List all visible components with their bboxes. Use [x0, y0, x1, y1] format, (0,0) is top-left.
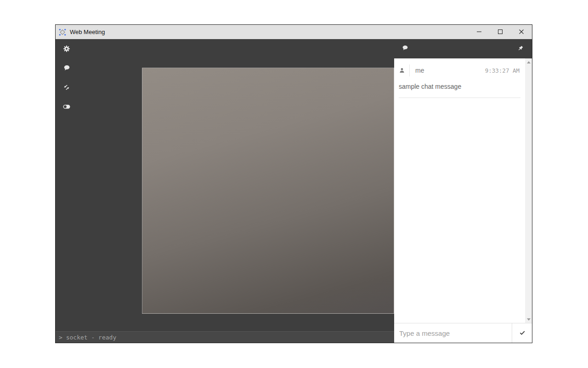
- message-timestamp: 9:33:27 AM: [485, 67, 520, 74]
- chat-toggle-button[interactable]: [63, 65, 70, 72]
- scroll-down-button[interactable]: [525, 316, 532, 323]
- toggle-switch-icon: [63, 103, 70, 112]
- close-icon: [519, 29, 524, 35]
- minimize-button[interactable]: [469, 25, 490, 39]
- minimize-icon: [477, 29, 481, 35]
- message-sender: me: [415, 67, 424, 74]
- messages-scroll-area: me 9:33:27 AM sample chat message: [394, 58, 525, 323]
- chat-composer: [394, 323, 532, 343]
- close-button[interactable]: [511, 25, 532, 39]
- title-bar[interactable]: Web Meeting: [56, 25, 532, 39]
- content-row: > socket - ready: [56, 39, 532, 343]
- app-diamond-icon: [59, 29, 66, 36]
- camera-video-feed: [142, 68, 394, 314]
- person-icon: [399, 67, 405, 74]
- scroll-up-button[interactable]: [525, 58, 532, 66]
- chat-panel: me 9:33:27 AM sample chat message: [394, 39, 532, 343]
- checkmark-icon: [519, 329, 526, 338]
- gear-icon: [63, 45, 70, 54]
- maximize-icon: [498, 29, 503, 35]
- message-header: me 9:33:27 AM: [399, 64, 520, 76]
- window-controls: [469, 25, 532, 39]
- chat-message: me 9:33:27 AM sample chat message: [394, 58, 525, 98]
- side-toolbar: [63, 46, 70, 111]
- message-divider: [399, 98, 520, 98]
- chat-bubble-icon: [402, 45, 408, 53]
- chevron-up-icon: [527, 61, 531, 63]
- socket-status-text: > socket - ready: [59, 334, 116, 341]
- status-bar: > socket - ready: [56, 331, 394, 343]
- message-input[interactable]: [394, 323, 512, 343]
- swap-arrows-icon: [63, 84, 70, 92]
- chat-message-list: me 9:33:27 AM sample chat message: [394, 58, 532, 323]
- window-title: Web Meeting: [70, 29, 105, 35]
- send-message-button[interactable]: [512, 323, 532, 343]
- maximize-button[interactable]: [490, 25, 511, 39]
- app-window: Web Meeting: [55, 24, 532, 343]
- pin-icon: [517, 45, 524, 53]
- settings-button[interactable]: [63, 46, 70, 53]
- chat-panel-header: [394, 39, 532, 58]
- message-text: sample chat message: [399, 76, 520, 98]
- toggle-button[interactable]: [63, 104, 70, 111]
- chevron-down-icon: [527, 318, 531, 321]
- screen-swap-button[interactable]: [63, 84, 70, 92]
- pin-panel-button[interactable]: [517, 45, 524, 52]
- chat-scrollbar[interactable]: [525, 58, 532, 323]
- meeting-stage: > socket - ready: [56, 39, 394, 343]
- chat-bubble-icon: [63, 64, 70, 73]
- divider: [409, 64, 410, 76]
